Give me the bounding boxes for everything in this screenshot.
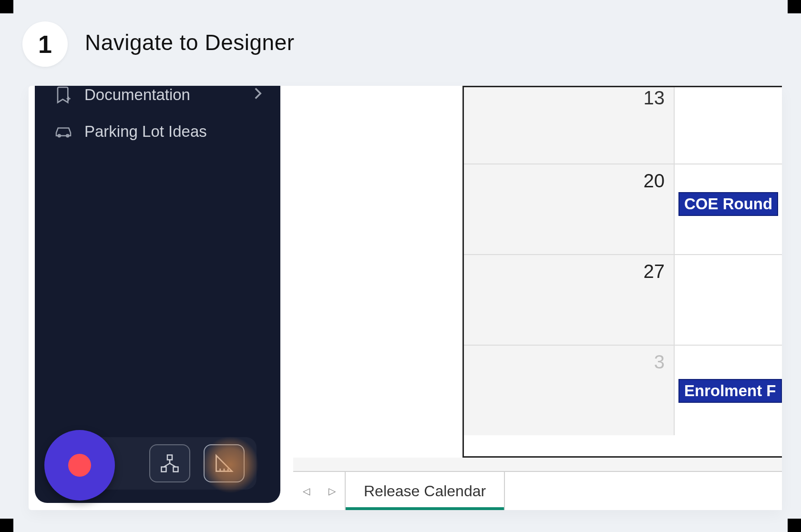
sidebar: Documentation Parking Lot Ideas	[35, 86, 280, 503]
calendar: 13 20 COE Round 27 3 Enrolment F	[462, 86, 782, 458]
sidebar-item-documentation[interactable]: Documentation	[35, 86, 280, 113]
corner-mark	[0, 0, 13, 13]
record-icon	[68, 454, 91, 477]
svg-rect-6	[174, 467, 178, 472]
calendar-row: 3 Enrolment F	[464, 345, 782, 435]
calendar-event[interactable]: COE Round	[678, 192, 778, 216]
tab-nav-prev[interactable]: ◁	[293, 472, 319, 510]
step-number: 1	[38, 30, 52, 59]
calendar-row: 20 COE Round	[464, 164, 782, 254]
calendar-cell[interactable]	[464, 164, 674, 254]
step-title: Navigate to Designer	[85, 30, 295, 55]
day-number: 13	[644, 87, 665, 109]
calendar-cell[interactable]	[464, 346, 674, 435]
calendar-row: 27	[464, 254, 782, 345]
sheet-tab-release-calendar[interactable]: Release Calendar	[345, 472, 505, 510]
screenshot-container: Documentation Parking Lot Ideas	[29, 86, 782, 510]
day-number: 20	[644, 170, 665, 192]
step-badge: 1	[22, 21, 68, 67]
day-number: 3	[654, 351, 665, 373]
sidebar-item-label: Documentation	[84, 86, 190, 104]
calendar-cell[interactable]	[674, 255, 782, 345]
day-number: 27	[644, 261, 665, 282]
calendar-row: 13	[464, 87, 782, 164]
sidebar-item-label: Parking Lot Ideas	[84, 123, 207, 141]
calendar-cell[interactable]	[464, 87, 674, 164]
ruler-triangle-icon	[214, 453, 235, 474]
svg-rect-5	[162, 467, 166, 472]
designer-button[interactable]	[204, 444, 245, 482]
sidebar-item-parking-lot[interactable]: Parking Lot Ideas	[35, 113, 280, 151]
corner-mark	[788, 519, 801, 532]
car-icon	[53, 124, 74, 139]
corner-mark	[788, 0, 801, 13]
spreadsheet-gap	[293, 458, 782, 471]
sheet-tabstrip: ◁ ▷ Release Calendar	[293, 471, 782, 510]
workflow-button[interactable]	[149, 444, 190, 482]
svg-rect-4	[167, 455, 172, 460]
tab-nav-next[interactable]: ▷	[319, 472, 345, 510]
chevron-right-icon	[254, 86, 262, 104]
record-button[interactable]	[44, 430, 115, 501]
calendar-cell[interactable]	[464, 255, 674, 345]
calendar-cell[interactable]	[674, 87, 782, 164]
workflow-icon	[160, 454, 179, 473]
corner-mark	[0, 519, 13, 532]
bookmark-add-icon	[53, 86, 74, 104]
calendar-event[interactable]: Enrolment F	[678, 379, 782, 403]
